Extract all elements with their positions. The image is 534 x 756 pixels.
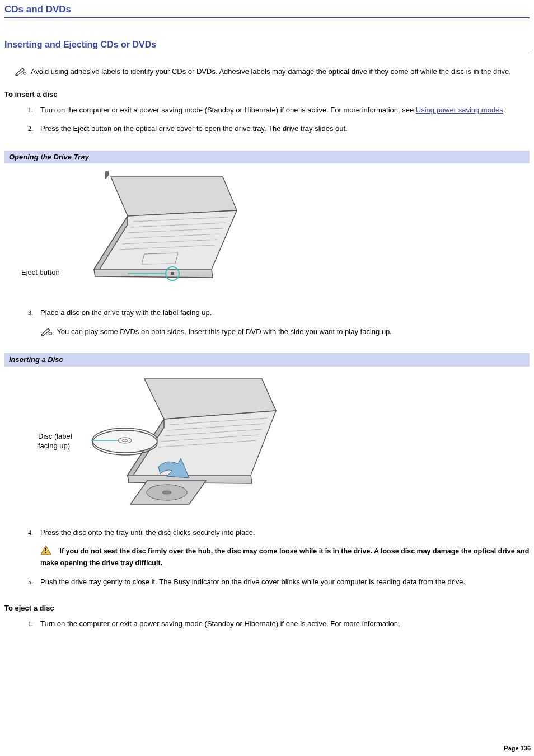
step-4-warn-block: If you do not seat the disc firmly over … (40, 545, 530, 567)
insert-heading: To insert a disc (4, 90, 530, 100)
svg-point-0 (23, 72, 26, 74)
figure-2-label: Disc (label facing up) (38, 431, 83, 451)
eject-heading: To eject a disc (4, 603, 530, 613)
laptop-insert-disc-illustration: Disc (label facing up) (38, 374, 279, 509)
step-4-warn-text: If you do not seat the disc firmly over … (40, 547, 529, 567)
svg-rect-37 (45, 552, 46, 553)
figure-2-caption: Inserting a Disc (4, 353, 530, 367)
insert-steps-list-cont2: Press the disc onto the tray until the d… (4, 528, 530, 587)
section-title: Inserting and Ejecting CDs or DVDs (4, 39, 530, 53)
svg-rect-15 (171, 272, 174, 275)
insert-steps-list: Turn on the computer or exit a power sav… (4, 105, 530, 134)
step-1-text-pre: Turn on the computer or exit a power sav… (40, 106, 416, 114)
figure-1-body: Eject button (4, 163, 530, 308)
step-4: Press the disc onto the tray until the d… (35, 528, 530, 568)
svg-marker-1 (111, 177, 237, 216)
step-3-text: Place a disc on the drive tray with the … (40, 308, 212, 317)
step-5: Push the drive tray gently to close it. … (35, 577, 530, 587)
svg-point-17 (49, 332, 52, 335)
step-2: Press the Eject button on the optical dr… (35, 124, 530, 134)
step-4-text: Press the disc onto the tray until the d… (40, 528, 255, 537)
insert-steps-list-cont: Place a disc on the drive tray with the … (4, 308, 530, 336)
step-1-text-post: . (503, 106, 505, 114)
step-3-note-text: You can play some DVDs on both sides. In… (57, 327, 392, 336)
svg-rect-12 (105, 171, 109, 180)
warning-triangle-icon (40, 545, 51, 558)
step-3-note-block: You can play some DVDs on both sides. In… (40, 327, 530, 337)
figure-1-caption: Opening the Drive Tray (4, 151, 530, 164)
svg-point-32 (118, 438, 132, 443)
svg-point-29 (162, 491, 171, 494)
page-title: CDs and DVDs (4, 3, 530, 18)
step-1: Turn on the computer or exit a power sav… (35, 105, 530, 115)
figure-2-body: Disc (label facing up) (4, 367, 530, 528)
note-block: Avoid using adhesive labels to identify … (4, 67, 530, 77)
note-pencil-icon (15, 67, 27, 76)
note-pencil-icon (40, 327, 53, 336)
eject-steps-list: Turn on the computer or exit a power sav… (4, 619, 530, 629)
power-saving-link[interactable]: Using power saving modes (416, 106, 503, 114)
figure-1-label: Eject button (21, 267, 60, 278)
step-3: Place a disc on the drive tray with the … (35, 308, 530, 336)
eject-step-1: Turn on the computer or exit a power sav… (35, 619, 530, 629)
laptop-open-tray-illustration: Eject button (49, 171, 240, 289)
svg-rect-36 (45, 548, 46, 551)
note-text: Avoid using adhesive labels to identify … (31, 67, 511, 76)
